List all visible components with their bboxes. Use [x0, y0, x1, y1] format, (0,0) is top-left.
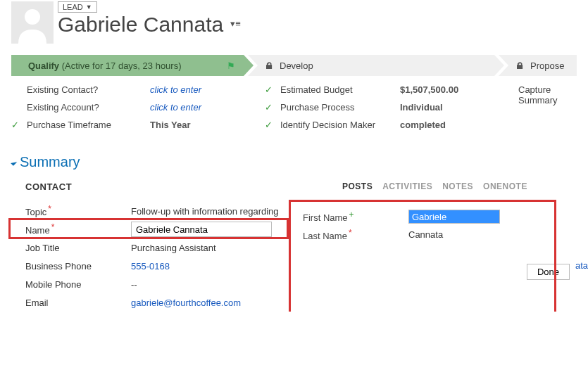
field-decision-maker[interactable]: ✓ Identify Decision Maker completed [265, 120, 518, 130]
field-email[interactable]: Email gabriele@fourthcoffee.com [25, 293, 293, 312]
field-first-name[interactable]: First Name+ [303, 210, 570, 224]
record-menu-icon[interactable]: ▾≡ [230, 19, 241, 29]
field-label: Mobile Phone [25, 279, 131, 290]
field-last-name[interactable]: Last Name* Cannata [303, 228, 570, 241]
stage-qualify[interactable]: Qualify (Active for 17 days, 23 hours) ⚑ [11, 55, 244, 76]
stage-details: Existing Contact? click to enter Existin… [11, 84, 577, 137]
stage-develop[interactable]: 🔒︎ Develop [248, 55, 494, 76]
tab-activities[interactable]: ACTIVITIES [382, 181, 432, 191]
field-label: Existing Account? [27, 102, 150, 113]
field-name[interactable]: Name* [25, 220, 293, 238]
check-icon: ✓ [11, 120, 21, 130]
field-purchase-process[interactable]: ✓ Purchase Process Individual [265, 102, 518, 113]
social-tabs: POSTS ACTIVITIES NOTES ONENOTE [342, 181, 577, 191]
field-value: $1,507,500.00 [400, 84, 458, 95]
field-value: Follow-up with information regarding [131, 206, 279, 217]
stage-develop-label: Develop [280, 60, 313, 71]
truncated-link-fragment[interactable]: ata [575, 260, 588, 271]
field-topic[interactable]: Topic* Follow-up with information regard… [25, 202, 293, 220]
field-value: Individual [400, 102, 443, 113]
contact-heading: CONTACT [25, 181, 293, 192]
field-value[interactable]: gabriele@fourthcoffee.com [131, 298, 241, 308]
field-value: -- [131, 279, 137, 290]
contact-column: CONTACT Topic* Follow-up with informatio… [11, 181, 293, 312]
stage-propose-label: Propose [530, 60, 564, 71]
last-name-value[interactable]: Cannata [408, 229, 443, 240]
field-value: completed [400, 120, 446, 130]
field-value: This Year [150, 120, 191, 130]
field-purchase-timeframe[interactable]: ✓ Purchase Timeframe This Year [11, 120, 265, 130]
field-label: Capture Summary [518, 84, 577, 106]
field-label: Topic* [25, 204, 131, 217]
caret-down-icon: ▼ [86, 4, 92, 11]
name-edit-flyout: First Name+ Last Name* Cannata Done [296, 205, 577, 287]
stage-qualify-label: Qualify (Active for 17 days, 23 hours) [28, 60, 182, 71]
field-label: Purchase Process [280, 102, 400, 113]
field-existing-contact[interactable]: Existing Contact? click to enter [11, 84, 265, 95]
field-label: Identify Decision Maker [280, 120, 400, 130]
field-label: Purchase Timeframe [27, 120, 150, 130]
svg-point-0 [25, 9, 40, 25]
field-estimated-budget[interactable]: ✓ Estimated Budget $1,507,500.00 [265, 84, 518, 95]
field-label: Business Phone [25, 261, 131, 271]
tab-onenote[interactable]: ONENOTE [483, 181, 527, 191]
field-value: Purchasing Assistant [131, 243, 216, 253]
field-label: Email [25, 298, 131, 308]
field-label: Name* [25, 222, 131, 236]
social-pane: POSTS ACTIVITIES NOTES ONENOTE First Nam… [293, 181, 577, 312]
tab-notes[interactable]: NOTES [442, 181, 473, 191]
process-stage-bar: Qualify (Active for 17 days, 23 hours) ⚑… [11, 55, 577, 76]
field-value[interactable]: click to enter [150, 84, 201, 95]
record-title-text: Gabriele Cannata [58, 13, 223, 36]
section-summary-title: Summary [20, 154, 80, 170]
field-existing-account[interactable]: Existing Account? click to enter [11, 102, 265, 113]
field-job-title[interactable]: Job Title Purchasing Assistant [25, 238, 293, 257]
field-value[interactable]: 555-0168 [131, 261, 170, 271]
entity-type-label: LEAD [63, 3, 83, 11]
check-icon: ✓ [265, 84, 275, 95]
check-icon: ✓ [265, 120, 275, 130]
field-label: Job Title [25, 243, 131, 253]
record-header: LEAD ▼ Gabriele Cannata ▾≡ [0, 0, 588, 49]
field-label: Existing Contact? [27, 84, 150, 95]
lock-icon: 🔒︎ [265, 60, 274, 71]
entity-type-selector[interactable]: LEAD ▼ [58, 1, 97, 13]
flag-icon[interactable]: ⚑ [227, 60, 235, 71]
stage-propose[interactable]: 🔒︎ Propose [499, 55, 577, 76]
record-title: Gabriele Cannata ▾≡ [58, 13, 241, 36]
field-capture-summary[interactable]: Capture Summary [518, 84, 577, 106]
done-button[interactable]: Done [527, 264, 570, 280]
avatar [11, 1, 54, 44]
tab-posts[interactable]: POSTS [342, 181, 373, 191]
check-icon: ✓ [265, 102, 275, 113]
name-input[interactable] [131, 222, 272, 237]
field-mobile-phone[interactable]: Mobile Phone -- [25, 275, 293, 293]
lock-icon: 🔒︎ [515, 60, 525, 71]
field-value[interactable]: click to enter [150, 102, 201, 113]
field-label: Last Name* [303, 228, 408, 241]
section-summary-toggle[interactable]: Summary [11, 154, 577, 170]
first-name-input[interactable] [408, 210, 500, 224]
field-business-phone[interactable]: Business Phone 555-0168 [25, 257, 293, 275]
field-label: First Name+ [303, 210, 408, 223]
field-label: Estimated Budget [280, 84, 400, 95]
summary-body: CONTACT Topic* Follow-up with informatio… [11, 181, 577, 312]
